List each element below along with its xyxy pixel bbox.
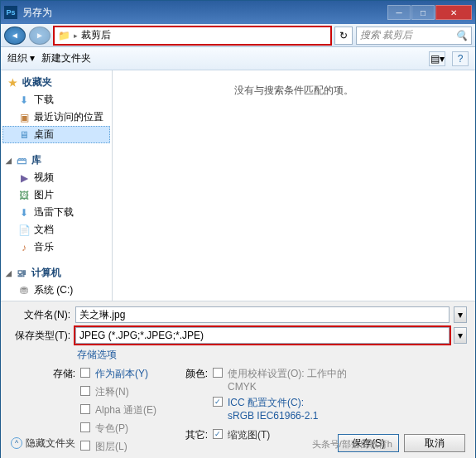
- video-icon: ▶: [17, 172, 31, 184]
- forward-button[interactable]: ►: [29, 27, 50, 45]
- checkbox-as-copy[interactable]: [80, 368, 90, 378]
- sidebar-item-recent[interactable]: ▣最近访问的位置: [2, 108, 110, 126]
- music-icon: ♪: [17, 242, 31, 253]
- app-icon: Ps: [4, 6, 17, 19]
- sidebar-item-xunlei[interactable]: ⬇迅雷下载: [2, 204, 110, 221]
- maximize-button[interactable]: □: [411, 5, 435, 20]
- file-list[interactable]: 没有与搜索条件匹配的项。: [113, 70, 475, 301]
- document-icon: 📄: [17, 224, 31, 236]
- refresh-button[interactable]: ↻: [334, 27, 353, 45]
- filename-label: 文件名(N):: [9, 308, 70, 322]
- sidebar-item-drive-c[interactable]: ⛃系统 (C:): [2, 282, 110, 299]
- back-button[interactable]: ◄: [4, 27, 26, 45]
- picture-icon: 🖼: [17, 190, 31, 201]
- window-title: 另存为: [22, 6, 387, 20]
- organize-menu[interactable]: 组织 ▾: [7, 51, 35, 65]
- cancel-button[interactable]: 取消: [404, 434, 465, 452]
- folder-icon: 📁: [58, 30, 70, 41]
- chevron-down-icon: ◢: [6, 269, 12, 277]
- search-input[interactable]: 搜索 裁剪后 🔍: [356, 27, 472, 45]
- checkbox-alpha: [80, 404, 90, 414]
- search-icon: 🔍: [455, 30, 468, 41]
- view-button[interactable]: ▤▾: [429, 51, 445, 66]
- filename-input[interactable]: 关之琳.jpg: [75, 306, 450, 323]
- checkbox-spot: [80, 422, 90, 432]
- sidebar-item-pictures[interactable]: 🖼图片: [2, 186, 110, 204]
- empty-message: 没有与搜索条件匹配的项。: [234, 84, 353, 98]
- sidebar-libraries-header[interactable]: ◢ 🗃 库: [2, 152, 110, 169]
- sidebar-computer-header[interactable]: ◢ 🖳 计算机: [2, 264, 110, 282]
- filetype-dropdown-button[interactable]: ▾: [454, 327, 467, 344]
- save-as-dialog: Ps 另存为 ─ □ ✕ ◄ ► 📁 ▸ 裁剪后 ↻ 搜索 裁剪后 🔍 组织 ▾…: [0, 0, 476, 458]
- sidebar-item-videos[interactable]: ▶视频: [2, 169, 110, 186]
- titlebar: Ps 另存为 ─ □ ✕: [1, 1, 475, 24]
- hide-folders-button[interactable]: ^ 隐藏文件夹: [11, 436, 75, 451]
- desktop-icon: 🖥: [17, 129, 31, 141]
- breadcrumb[interactable]: 📁 ▸ 裁剪后: [54, 27, 331, 45]
- library-icon: 🗃: [15, 155, 28, 166]
- drive-icon: ⛃: [17, 285, 31, 296]
- minimize-button[interactable]: ─: [387, 5, 411, 20]
- chevron-down-icon: ◢: [6, 157, 12, 165]
- search-placeholder: 搜索 裁剪后: [360, 28, 412, 42]
- watermark: 头条号/部落窝教育h: [312, 438, 392, 451]
- star-icon: ★: [6, 77, 19, 89]
- help-button[interactable]: ?: [452, 51, 469, 66]
- download-icon: ⬇: [17, 207, 31, 219]
- sidebar-favorites-header[interactable]: ★ 收藏夹: [2, 74, 110, 91]
- download-icon: ⬇: [17, 94, 31, 106]
- footer: ^ 隐藏文件夹 头条号/部落窝教育h 保存(S) 取消: [1, 434, 475, 452]
- sidebar: ★ 收藏夹 ⬇下载 ▣最近访问的位置 🖥桌面 ◢ 🗃 库 ▶视频 🖼图片 ⬇迅雷…: [1, 70, 113, 301]
- checkbox-icc[interactable]: ✓: [213, 397, 223, 407]
- breadcrumb-folder: 裁剪后: [81, 28, 111, 42]
- sidebar-item-downloads[interactable]: ⬇下载: [2, 91, 110, 108]
- close-button[interactable]: ✕: [435, 5, 472, 20]
- new-folder-button[interactable]: 新建文件夹: [41, 51, 91, 65]
- color-section-label: 颜色:: [181, 367, 208, 381]
- computer-icon: 🖳: [15, 268, 28, 279]
- checkbox-proof: [213, 368, 223, 378]
- sidebar-item-documents[interactable]: 📄文档: [2, 221, 110, 239]
- save-section-label: 存储:: [49, 367, 75, 381]
- storage-options-link[interactable]: 存储选项: [9, 348, 467, 362]
- chevron-up-icon: ^: [11, 437, 22, 449]
- sidebar-item-music[interactable]: ♪音乐: [2, 239, 110, 256]
- chevron-right-icon: ▸: [74, 31, 78, 40]
- checkbox-notes: [80, 386, 90, 396]
- sidebar-item-drive-d[interactable]: ⛃应用程序 (D:): [2, 299, 110, 301]
- filetype-select[interactable]: JPEG (*.JPG;*.JPEG;*.JPE): [75, 327, 450, 344]
- filename-history-button[interactable]: ▾: [454, 306, 467, 323]
- filetype-label: 保存类型(T):: [9, 329, 70, 343]
- recent-icon: ▣: [17, 112, 31, 123]
- address-bar: ◄ ► 📁 ▸ 裁剪后 ↻ 搜索 裁剪后 🔍: [1, 24, 475, 47]
- body: ★ 收藏夹 ⬇下载 ▣最近访问的位置 🖥桌面 ◢ 🗃 库 ▶视频 🖼图片 ⬇迅雷…: [1, 70, 475, 301]
- toolbar: 组织 ▾ 新建文件夹 ▤▾ ?: [1, 47, 475, 70]
- sidebar-item-desktop[interactable]: 🖥桌面: [2, 126, 110, 143]
